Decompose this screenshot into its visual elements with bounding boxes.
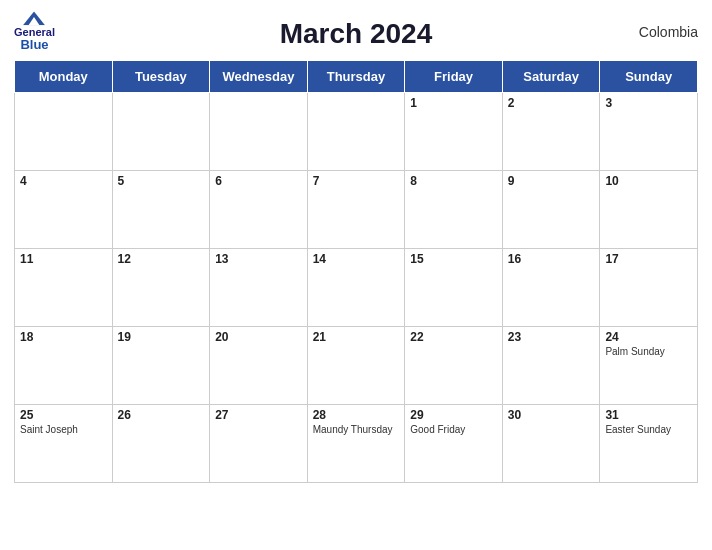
day-number: 25 [20, 408, 107, 422]
calendar-cell-w3d7: 17 [600, 249, 698, 327]
calendar-cell-w1d6: 2 [502, 93, 600, 171]
calendar-cell-w5d5: 29Good Friday [405, 405, 503, 483]
day-number: 31 [605, 408, 692, 422]
calendar-cell-w1d4 [307, 93, 405, 171]
calendar-cell-w4d6: 23 [502, 327, 600, 405]
header-monday: Monday [15, 61, 113, 93]
calendar-cell-w1d2 [112, 93, 210, 171]
calendar-cell-w4d7: 24Palm Sunday [600, 327, 698, 405]
calendar-cell-w3d2: 12 [112, 249, 210, 327]
day-number: 21 [313, 330, 400, 344]
calendar-cell-w2d7: 10 [600, 171, 698, 249]
day-number: 8 [410, 174, 497, 188]
calendar-cell-w3d4: 14 [307, 249, 405, 327]
calendar-cell-w2d4: 7 [307, 171, 405, 249]
calendar-week-row-1: 123 [15, 93, 698, 171]
header-saturday: Saturday [502, 61, 600, 93]
day-number: 11 [20, 252, 107, 266]
day-number: 29 [410, 408, 497, 422]
holiday-name: Good Friday [410, 424, 497, 435]
calendar-week-row-2: 45678910 [15, 171, 698, 249]
logo-area: General Blue [14, 11, 55, 52]
calendar-cell-w2d6: 9 [502, 171, 600, 249]
weekday-header-row: Monday Tuesday Wednesday Thursday Friday… [15, 61, 698, 93]
calendar-cell-w5d2: 26 [112, 405, 210, 483]
calendar-header: General Blue March 2024 Colombia [14, 10, 698, 54]
day-number: 2 [508, 96, 595, 110]
day-number: 26 [118, 408, 205, 422]
calendar-cell-w4d3: 20 [210, 327, 308, 405]
day-number: 12 [118, 252, 205, 266]
calendar-country: Colombia [639, 24, 698, 40]
calendar-week-row-4: 18192021222324Palm Sunday [15, 327, 698, 405]
header-friday: Friday [405, 61, 503, 93]
header-sunday: Sunday [600, 61, 698, 93]
calendar-cell-w3d3: 13 [210, 249, 308, 327]
header-tuesday: Tuesday [112, 61, 210, 93]
calendar-cell-w5d3: 27 [210, 405, 308, 483]
day-number: 27 [215, 408, 302, 422]
calendar-cell-w4d4: 21 [307, 327, 405, 405]
day-number: 19 [118, 330, 205, 344]
day-number: 6 [215, 174, 302, 188]
calendar-cell-w3d6: 16 [502, 249, 600, 327]
holiday-name: Easter Sunday [605, 424, 692, 435]
calendar-cell-w3d1: 11 [15, 249, 113, 327]
calendar-cell-w1d1 [15, 93, 113, 171]
day-number: 13 [215, 252, 302, 266]
calendar-cell-w4d2: 19 [112, 327, 210, 405]
day-number: 17 [605, 252, 692, 266]
day-number: 28 [313, 408, 400, 422]
day-number: 15 [410, 252, 497, 266]
holiday-name: Maundy Thursday [313, 424, 400, 435]
calendar-cell-w5d6: 30 [502, 405, 600, 483]
calendar-cell-w2d1: 4 [15, 171, 113, 249]
generalblue-logo-icon [23, 11, 45, 25]
logo-blue-text: Blue [20, 38, 48, 52]
day-number: 18 [20, 330, 107, 344]
day-number: 23 [508, 330, 595, 344]
calendar-cell-w1d5: 1 [405, 93, 503, 171]
header-thursday: Thursday [307, 61, 405, 93]
calendar-cell-w5d4: 28Maundy Thursday [307, 405, 405, 483]
day-number: 5 [118, 174, 205, 188]
holiday-name: Palm Sunday [605, 346, 692, 357]
header-wednesday: Wednesday [210, 61, 308, 93]
calendar-cell-w1d3 [210, 93, 308, 171]
calendar-title: March 2024 [280, 18, 433, 50]
calendar-week-row-5: 25Saint Joseph262728Maundy Thursday29Goo… [15, 405, 698, 483]
calendar-cell-w2d2: 5 [112, 171, 210, 249]
day-number: 24 [605, 330, 692, 344]
calendar-cell-w4d5: 22 [405, 327, 503, 405]
day-number: 9 [508, 174, 595, 188]
day-number: 30 [508, 408, 595, 422]
day-number: 7 [313, 174, 400, 188]
day-number: 4 [20, 174, 107, 188]
calendar-cell-w4d1: 18 [15, 327, 113, 405]
day-number: 10 [605, 174, 692, 188]
day-number: 22 [410, 330, 497, 344]
calendar-cell-w2d3: 6 [210, 171, 308, 249]
calendar-cell-w5d7: 31Easter Sunday [600, 405, 698, 483]
calendar-table: Monday Tuesday Wednesday Thursday Friday… [14, 60, 698, 483]
day-number: 14 [313, 252, 400, 266]
calendar-body: 123456789101112131415161718192021222324P… [15, 93, 698, 483]
day-number: 20 [215, 330, 302, 344]
day-number: 1 [410, 96, 497, 110]
calendar-cell-w5d1: 25Saint Joseph [15, 405, 113, 483]
day-number: 3 [605, 96, 692, 110]
calendar-container: General Blue March 2024 Colombia Monday … [0, 0, 712, 550]
calendar-cell-w2d5: 8 [405, 171, 503, 249]
calendar-cell-w1d7: 3 [600, 93, 698, 171]
day-number: 16 [508, 252, 595, 266]
calendar-week-row-3: 11121314151617 [15, 249, 698, 327]
holiday-name: Saint Joseph [20, 424, 107, 435]
calendar-cell-w3d5: 15 [405, 249, 503, 327]
